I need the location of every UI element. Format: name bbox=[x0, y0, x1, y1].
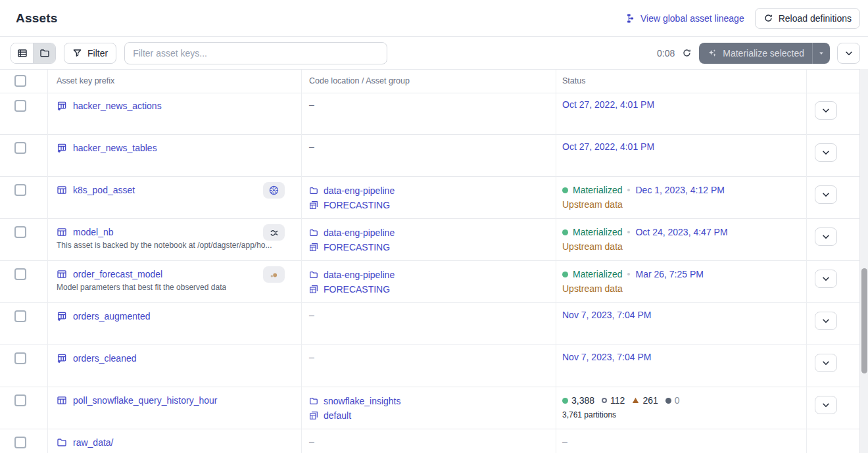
row-checkbox[interactable] bbox=[14, 310, 26, 322]
table-row: poll_snowflake_query_history_hoursnowfla… bbox=[0, 387, 859, 429]
view-global-asset-lineage-link[interactable]: View global asset lineage bbox=[625, 13, 744, 24]
asset-key-link[interactable]: hacker_news_actions bbox=[73, 101, 162, 111]
asset-group-link[interactable]: FORECASTING bbox=[324, 200, 390, 210]
row-checkbox[interactable] bbox=[14, 184, 26, 196]
asset-key-link[interactable]: k8s_pod_asset bbox=[73, 185, 135, 195]
partition-failed-count: 261 bbox=[642, 395, 658, 406]
scrollbar-thumb[interactable] bbox=[861, 268, 867, 373]
empty-value: – bbox=[562, 436, 567, 446]
reload-definitions-button[interactable]: Reload definitions bbox=[755, 8, 860, 29]
latest-materialization-link[interactable]: Nov 7, 2023, 7:04 PM bbox=[562, 310, 651, 320]
partition-missing-icon bbox=[602, 398, 607, 403]
chevron-down-icon bbox=[821, 148, 831, 157]
row-checkbox[interactable] bbox=[14, 100, 26, 112]
upstream-data-label: Upstream data bbox=[562, 241, 728, 254]
page-title: Assets bbox=[16, 11, 58, 26]
code-location-link[interactable]: snowflake_insights bbox=[324, 396, 401, 406]
table-icon bbox=[57, 395, 67, 406]
chevron-down-icon bbox=[821, 232, 831, 241]
page-header: Assets View global asset lineage Reload … bbox=[0, 0, 868, 37]
latest-materialization-link[interactable]: Nov 7, 2023, 7:04 PM bbox=[562, 352, 651, 362]
materialize-selected-button[interactable]: Materialize selected bbox=[699, 43, 812, 64]
partition-in-progress-count: 0 bbox=[675, 395, 680, 406]
select-all-checkbox[interactable] bbox=[14, 75, 26, 87]
filter-button[interactable]: Filter bbox=[64, 43, 116, 64]
row-expand-button[interactable] bbox=[815, 227, 837, 246]
row-checkbox[interactable] bbox=[14, 352, 26, 364]
asset-key-link[interactable]: order_forecast_model bbox=[73, 269, 162, 279]
asset-group-link[interactable]: FORECASTING bbox=[324, 242, 390, 252]
latest-materialization-link[interactable]: Oct 27, 2022, 4:01 PM bbox=[562, 141, 654, 152]
row-expand-button[interactable] bbox=[815, 185, 837, 204]
empty-value: – bbox=[309, 436, 314, 446]
refresh-icon[interactable] bbox=[682, 48, 692, 58]
row-checkbox[interactable] bbox=[14, 268, 26, 280]
latest-materialization-link[interactable]: Mar 26, 7:25 PM bbox=[635, 269, 704, 279]
folder-icon bbox=[309, 228, 318, 237]
asset-key-link[interactable]: poll_snowflake_query_history_hour bbox=[73, 395, 217, 406]
row-checkbox[interactable] bbox=[14, 226, 26, 238]
asset-key-link[interactable]: model_nb bbox=[73, 227, 114, 237]
filter-asset-keys-input[interactable] bbox=[124, 42, 387, 64]
chevron-down-icon bbox=[821, 316, 831, 325]
chevron-down-icon bbox=[821, 190, 831, 199]
asset-group-link[interactable]: default bbox=[324, 410, 351, 421]
row-expand-button[interactable] bbox=[815, 354, 837, 372]
kubernetes-badge-icon bbox=[263, 182, 285, 199]
list-view-button[interactable] bbox=[11, 43, 33, 63]
table-row: model_nbThis asset is backed by the note… bbox=[0, 219, 859, 261]
asset-key-link[interactable]: hacker_news_tables bbox=[73, 143, 157, 153]
asset-description: Model parameters that best fit the obser… bbox=[57, 283, 226, 292]
separator-dot-icon bbox=[627, 189, 630, 191]
partitions-total: 3,761 partitions bbox=[562, 410, 687, 419]
table-body: hacker_news_actions–Oct 27, 2022, 4:01 P… bbox=[0, 93, 859, 453]
chevron-down-icon bbox=[821, 358, 831, 368]
row-checkbox[interactable] bbox=[14, 437, 26, 448]
table-row: orders_cleaned–Nov 7, 2023, 7:04 PM bbox=[0, 345, 859, 387]
materialized-dot-icon bbox=[562, 272, 568, 277]
upstream-data-label: Upstream data bbox=[562, 199, 725, 212]
row-expand-button[interactable] bbox=[815, 396, 837, 414]
latest-materialization-link[interactable]: Dec 1, 2023, 4:12 PM bbox=[635, 185, 724, 195]
table-row: hacker_news_actions–Oct 27, 2022, 4:01 P… bbox=[0, 93, 859, 135]
chevron-down-icon bbox=[821, 274, 831, 283]
materialized-dot-icon bbox=[562, 187, 568, 193]
vertical-scrollbar bbox=[859, 69, 868, 453]
code-location-link[interactable]: data-eng-pipeline bbox=[324, 227, 395, 238]
materialized-label: Materialized bbox=[573, 227, 622, 237]
asset-key-link[interactable]: raw_data/ bbox=[73, 437, 113, 448]
latest-materialization-link[interactable]: Oct 27, 2022, 4:01 PM bbox=[562, 99, 654, 110]
asset-key-link[interactable]: orders_cleaned bbox=[73, 353, 137, 364]
row-expand-button[interactable] bbox=[815, 101, 837, 120]
table-plus-icon bbox=[57, 353, 67, 364]
empty-value: – bbox=[309, 99, 314, 110]
row-checkbox[interactable] bbox=[14, 394, 26, 406]
empty-value: – bbox=[309, 141, 314, 152]
code-location-link[interactable]: data-eng-pipeline bbox=[324, 185, 395, 196]
row-checkbox[interactable] bbox=[14, 142, 26, 154]
row-expand-button[interactable] bbox=[815, 143, 837, 162]
chevron-down-icon bbox=[821, 400, 831, 410]
table-row: orders_augmented–Nov 7, 2023, 7:04 PM bbox=[0, 303, 859, 345]
toolbar-more-button[interactable] bbox=[837, 43, 860, 64]
partition-missing-count: 112 bbox=[610, 395, 625, 406]
column-status: Status bbox=[562, 76, 585, 85]
asset-group-icon bbox=[309, 285, 318, 294]
row-expand-button[interactable] bbox=[815, 270, 837, 288]
table-icon bbox=[57, 185, 67, 195]
materialize-button-label: Materialize selected bbox=[723, 48, 804, 59]
asset-group-link[interactable]: FORECASTING bbox=[324, 284, 390, 295]
lineage-link-label: View global asset lineage bbox=[640, 13, 744, 24]
separator-dot-icon bbox=[627, 231, 630, 233]
asset-key-link[interactable]: orders_augmented bbox=[73, 311, 151, 322]
folder-view-button[interactable] bbox=[33, 43, 55, 63]
folder-icon bbox=[57, 437, 67, 448]
row-expand-button[interactable] bbox=[815, 312, 837, 330]
materialize-options-button[interactable] bbox=[812, 43, 830, 64]
reload-button-label: Reload definitions bbox=[779, 13, 852, 24]
partition-materialized-count: 3,388 bbox=[571, 395, 594, 406]
latest-materialization-link[interactable]: Oct 24, 2023, 4:47 PM bbox=[635, 227, 727, 237]
table-row: order_forecast_modelModel parameters tha… bbox=[0, 261, 859, 303]
funnel-icon bbox=[72, 48, 82, 58]
code-location-link[interactable]: data-eng-pipeline bbox=[324, 270, 395, 280]
